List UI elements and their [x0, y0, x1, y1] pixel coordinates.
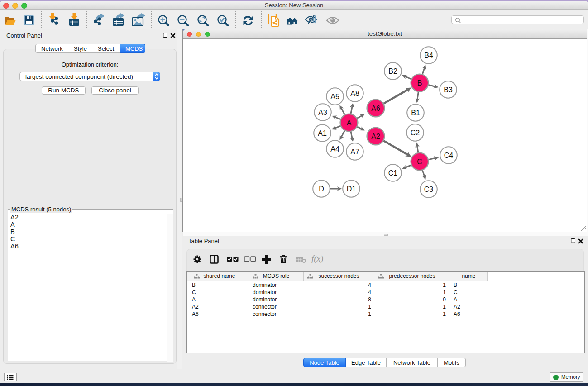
svg-text:B: B [417, 79, 422, 87]
svg-text:D: D [319, 185, 324, 193]
svg-text:A6: A6 [371, 105, 380, 112]
svg-text:A2: A2 [371, 133, 380, 140]
svg-text:C2: C2 [411, 129, 420, 137]
svg-text:A: A [347, 119, 352, 127]
svg-text:f(x): f(x) [311, 254, 323, 264]
svg-text:C3: C3 [424, 186, 434, 193]
svg-text:A7: A7 [350, 148, 359, 156]
svg-text:A3: A3 [318, 109, 327, 116]
svg-text:A5: A5 [330, 93, 339, 100]
svg-text:B3: B3 [444, 86, 453, 94]
svg-text:B1: B1 [411, 109, 420, 117]
svg-text:B2: B2 [388, 67, 397, 75]
svg-text:A8: A8 [350, 90, 359, 97]
svg-text:A1: A1 [318, 129, 327, 137]
svg-text:D1: D1 [347, 185, 356, 193]
svg-text:A4: A4 [330, 145, 339, 153]
svg-text:C1: C1 [388, 169, 398, 177]
svg-text:C: C [417, 158, 422, 166]
svg-text:B4: B4 [424, 52, 433, 59]
svg-text:C4: C4 [444, 152, 454, 159]
